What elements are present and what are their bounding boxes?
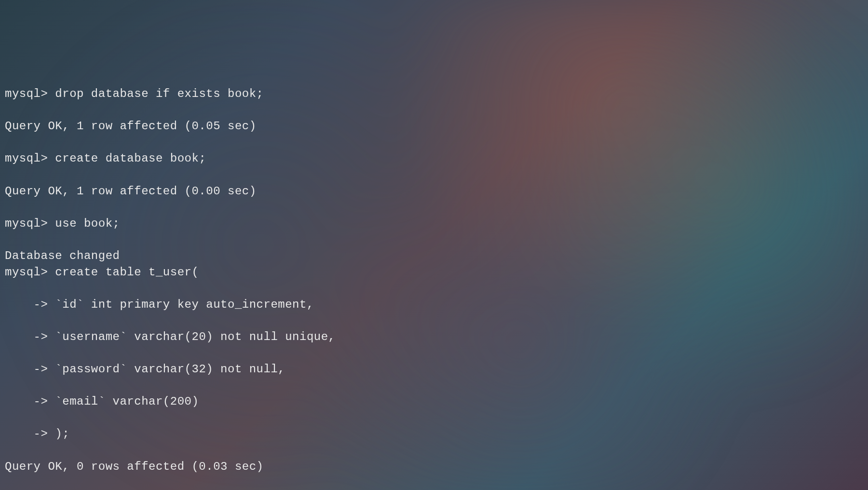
mysql-prompt: mysql> bbox=[5, 87, 55, 100]
mysql-prompt: mysql> bbox=[5, 152, 55, 165]
continuation-line: -> ); bbox=[5, 426, 863, 442]
continuation-prompt: -> bbox=[5, 395, 55, 408]
query-result: Query OK, 1 row affected (0.05 sec) bbox=[5, 120, 257, 133]
continuation-prompt: -> bbox=[5, 363, 55, 376]
continuation-prompt: -> bbox=[5, 330, 55, 343]
continuation-prompt: -> bbox=[5, 427, 55, 440]
continuation-line: -> `password` varchar(32) not null, bbox=[5, 361, 863, 378]
sql-command: `email` varchar(200) bbox=[55, 395, 199, 408]
query-result: Query OK, 1 row affected (0.00 sec) bbox=[5, 185, 257, 198]
continuation-line: -> `id` int primary key auto_increment, bbox=[5, 297, 863, 313]
mysql-prompt: mysql> bbox=[5, 266, 55, 279]
command-line: mysql> create table t_user( bbox=[5, 264, 863, 281]
sql-command: `id` int primary key auto_increment, bbox=[55, 298, 313, 311]
sql-command: drop database if exists book; bbox=[55, 87, 263, 100]
command-line: mysql> use book; bbox=[5, 216, 863, 232]
sql-command: `password` varchar(32) not null, bbox=[55, 363, 285, 376]
terminal-output: mysql> drop database if exists book; Que… bbox=[5, 69, 863, 490]
continuation-prompt: -> bbox=[5, 298, 55, 311]
mysql-prompt: mysql> bbox=[5, 217, 55, 230]
sql-command: `username` varchar(20) not null unique, bbox=[55, 330, 335, 343]
continuation-line: -> `email` varchar(200) bbox=[5, 394, 863, 410]
sql-command: use book; bbox=[55, 217, 120, 230]
sql-command: ); bbox=[55, 427, 69, 440]
query-result: Database changed bbox=[5, 249, 120, 262]
query-result: Query OK, 0 rows affected (0.03 sec) bbox=[5, 460, 263, 473]
command-line: mysql> drop database if exists book; bbox=[5, 86, 863, 102]
sql-command: create database book; bbox=[55, 152, 206, 165]
command-line: mysql> create database book; bbox=[5, 150, 863, 167]
continuation-line: -> `username` varchar(20) not null uniqu… bbox=[5, 329, 863, 345]
sql-command: create table t_user( bbox=[55, 266, 199, 279]
